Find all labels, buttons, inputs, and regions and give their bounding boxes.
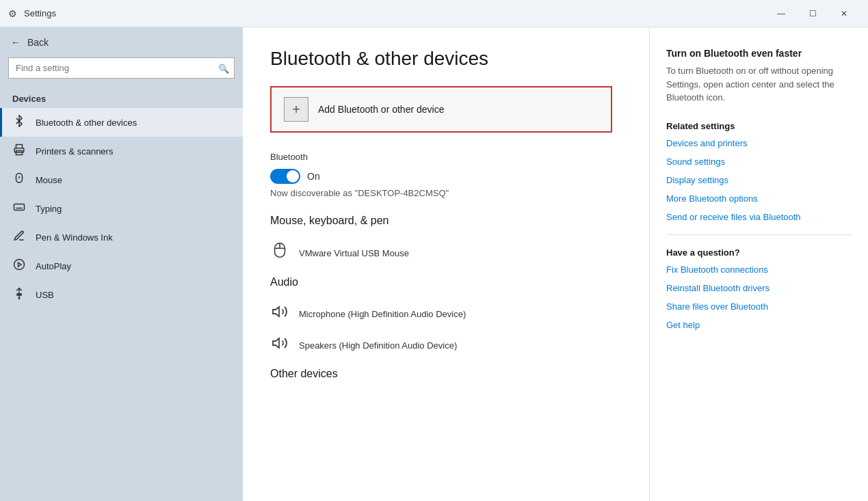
svg-marker-20	[273, 338, 279, 348]
device-item-mic: Microphone (High Definition Audio Device…	[270, 298, 622, 329]
right-divider	[666, 234, 852, 235]
sidebar-item-autoplay[interactable]: AutoPlay	[0, 252, 243, 280]
svg-point-15	[18, 298, 20, 299]
bluetooth-section-label: Bluetooth	[270, 152, 622, 162]
audio-icon-2	[270, 335, 289, 355]
turn-on-body: To turn Bluetooth on or off without open…	[666, 64, 852, 105]
sidebar-item-label: Typing	[36, 204, 62, 214]
sidebar: ← Back 🔍 Devices Bluetooth & other devic…	[0, 27, 243, 501]
link-get-help[interactable]: Get help	[666, 320, 852, 330]
title-bar-controls: — ☐ ✕	[765, 0, 860, 27]
link-more-bluetooth[interactable]: More Bluetooth options	[666, 193, 852, 204]
link-sound-settings[interactable]: Sound settings	[666, 157, 852, 167]
link-share-files[interactable]: Share files over Bluetooth	[666, 301, 852, 312]
audio-icon-1	[270, 303, 289, 324]
link-reinstall-drivers[interactable]: Reinstall Bluetooth drivers	[666, 283, 852, 293]
svg-marker-12	[18, 262, 22, 267]
back-label: Back	[27, 37, 49, 48]
settings-icon: ⚙	[8, 8, 17, 19]
main-content: Bluetooth & other devices + Add Bluetoot…	[243, 27, 649, 501]
right-panel: Turn on Bluetooth even faster To turn Bl…	[649, 27, 868, 501]
search-icon: 🔍	[218, 63, 229, 73]
toggle-knob	[287, 170, 299, 182]
device-item-mouse: VMware Virtual USB Mouse	[270, 236, 622, 269]
add-device-button[interactable]: + Add Bluetooth or other device	[270, 86, 612, 133]
sidebar-item-label: Bluetooth & other devices	[36, 118, 137, 128]
maximize-button[interactable]: ☐	[797, 0, 828, 27]
sidebar-item-label: Printers & scanners	[36, 146, 113, 157]
sidebar-item-typing[interactable]: Typing	[0, 194, 243, 223]
close-button[interactable]: ✕	[828, 0, 860, 27]
page-title: Bluetooth & other devices	[270, 48, 622, 70]
discoverable-text: Now discoverable as "DESKTOP-4B2CMSQ"	[270, 188, 622, 198]
mouse-section-title: Mouse, keyboard, & pen	[270, 215, 622, 227]
keyboard-icon	[12, 201, 26, 216]
device-name: VMware Virtual USB Mouse	[299, 248, 409, 258]
add-device-label: Add Bluetooth or other device	[318, 104, 444, 115]
bluetooth-toggle[interactable]	[270, 169, 300, 184]
svg-rect-14	[20, 294, 21, 295]
title-bar-title: Settings	[24, 8, 56, 18]
sidebar-search: 🔍	[8, 57, 235, 79]
link-send-receive[interactable]: Send or receive files via Bluetooth	[666, 212, 852, 222]
svg-point-11	[14, 260, 25, 270]
link-fix-bluetooth[interactable]: Fix Bluetooth connections	[666, 265, 852, 275]
app-layout: ← Back 🔍 Devices Bluetooth & other devic…	[0, 27, 868, 501]
sidebar-item-bluetooth[interactable]: Bluetooth & other devices	[0, 108, 243, 137]
sidebar-item-label: Mouse	[36, 175, 62, 185]
svg-marker-19	[273, 307, 279, 316]
turn-on-title: Turn on Bluetooth even faster	[666, 48, 852, 59]
link-devices-printers[interactable]: Devices and printers	[666, 138, 852, 148]
sidebar-item-pen[interactable]: Pen & Windows Ink	[0, 223, 243, 252]
link-display-settings[interactable]: Display settings	[666, 175, 852, 185]
mouse-device-icon	[270, 242, 289, 264]
minimize-button[interactable]: —	[765, 0, 797, 27]
back-arrow-icon: ←	[11, 37, 21, 48]
sidebar-item-label: USB	[36, 290, 54, 300]
autoplay-icon	[12, 258, 26, 273]
search-input[interactable]	[8, 57, 235, 79]
sidebar-item-label: Pen & Windows Ink	[36, 232, 113, 243]
sidebar-item-label: AutoPlay	[36, 261, 71, 271]
bluetooth-toggle-row: On	[270, 169, 622, 184]
mouse-icon	[12, 172, 26, 187]
bluetooth-icon	[12, 115, 26, 130]
title-bar: ⚙ Settings — ☐ ✕	[0, 0, 868, 27]
pen-icon	[12, 230, 26, 245]
audio-section-title: Audio	[270, 276, 622, 288]
related-settings-label: Related settings	[666, 121, 852, 131]
sidebar-item-usb[interactable]: USB	[0, 280, 243, 309]
svg-rect-13	[17, 294, 18, 295]
sidebar-item-mouse[interactable]: Mouse	[0, 165, 243, 194]
other-devices-title: Other devices	[270, 368, 622, 380]
svg-rect-5	[14, 204, 25, 211]
have-question-label: Have a question?	[666, 247, 852, 258]
printer-icon	[12, 144, 26, 159]
device-item-speakers: Speakers (High Definition Audio Device)	[270, 329, 622, 361]
sidebar-section-header: Devices	[0, 87, 243, 108]
toggle-state-label: On	[307, 171, 320, 182]
device-name: Speakers (High Definition Audio Device)	[299, 340, 457, 351]
usb-icon	[12, 287, 26, 302]
add-device-plus-icon: +	[284, 97, 308, 122]
device-name: Microphone (High Definition Audio Device…	[299, 309, 466, 319]
sidebar-item-printers[interactable]: Printers & scanners	[0, 137, 243, 165]
back-button[interactable]: ← Back	[0, 27, 243, 57]
